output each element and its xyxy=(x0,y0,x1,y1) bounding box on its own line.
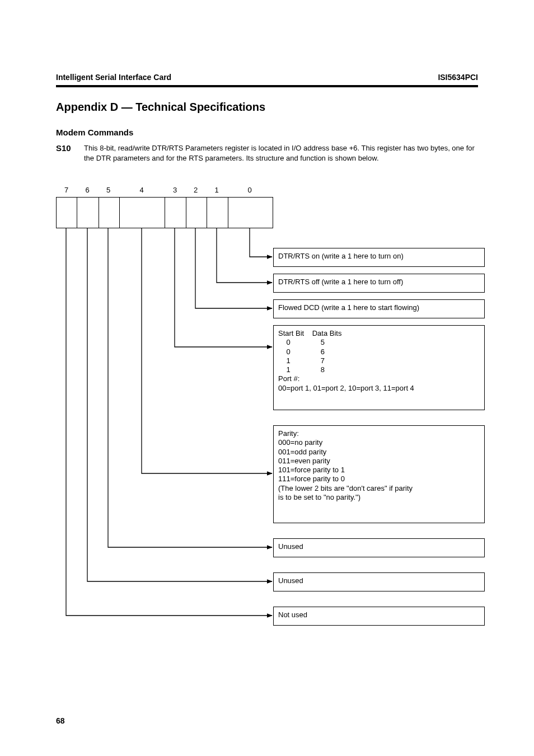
bit-description-line: DTR/RTS on (write a 1 here to turn on) xyxy=(278,252,480,261)
bit-description-box: Parity:000=no parity001=odd parity011=ev… xyxy=(273,425,485,523)
bit-number: 6 xyxy=(77,186,98,194)
register-cell xyxy=(57,198,77,228)
bit-number: 3 xyxy=(165,186,185,194)
bit-description-line: 001=odd parity xyxy=(278,448,480,457)
bit-description-line: Unused xyxy=(278,542,480,551)
header-left: Intelligent Serial Interface Card xyxy=(56,73,171,82)
bit-description-line: 011=even parity xyxy=(278,457,480,466)
register-cell xyxy=(165,198,186,228)
bit-description-line: Flowed DCD (write a 1 here to start flow… xyxy=(278,303,480,312)
section-heading: Modem Commands xyxy=(56,128,133,137)
register-cell xyxy=(120,198,166,228)
bit-description-line: Parity: xyxy=(278,429,480,438)
bit-description-line: Unused xyxy=(278,576,480,585)
register-cell xyxy=(186,198,207,228)
bit-description-line: 000=no parity xyxy=(278,438,480,447)
bit-description-line: 1 7 xyxy=(278,356,480,365)
bit-number-row: 7 6 5 4 3 2 1 0 xyxy=(56,186,297,194)
bit-description-line: 101=force parity to 1 xyxy=(278,466,480,475)
bit-number: 2 xyxy=(185,186,206,194)
bit-number: 1 xyxy=(206,186,227,194)
bit-description-line: 1 8 xyxy=(278,365,480,374)
bit-description-line: 0 6 xyxy=(278,348,480,356)
bit-number: 5 xyxy=(98,186,119,194)
bit-description-box: Start Bit Data Bits 0 5 0 6 1 7 1 8Port … xyxy=(273,325,485,410)
bit-description-line: Not used xyxy=(278,611,480,619)
register-cell xyxy=(228,198,273,228)
appendix-title: Appendix D — Technical Specifications xyxy=(56,101,265,114)
bit-number: 7 xyxy=(56,186,77,194)
bit-description-line: Start Bit Data Bits xyxy=(278,329,480,338)
bit-description-line: (The lower 2 bits are "don't cares" if p… xyxy=(278,484,480,493)
page-number: 68 xyxy=(56,716,65,725)
bit-description-box: DTR/RTS on (write a 1 here to turn on) xyxy=(273,248,485,267)
bit-description-line: is to be set to "no parity.") xyxy=(278,493,480,502)
bit-description-box: Unused xyxy=(273,572,485,591)
bit-description-line: 0 5 xyxy=(278,338,480,347)
bit-description-box: DTR/RTS off (write a 1 here to turn off) xyxy=(273,274,485,293)
bit-description-line: Port #: xyxy=(278,374,480,383)
register-cell xyxy=(77,198,99,228)
bit-number: 0 xyxy=(227,186,272,194)
bit-description-line: DTR/RTS off (write a 1 here to turn off) xyxy=(278,278,480,287)
header-rule xyxy=(56,85,478,87)
register-cell xyxy=(99,198,120,228)
bit-description-box: Flowed DCD (write a 1 here to start flow… xyxy=(273,299,485,318)
register-bitfield xyxy=(56,197,273,228)
bit-description-line: 00=port 1, 01=port 2, 10=port 3, 11=port… xyxy=(278,384,480,393)
bit-description-box: Not used xyxy=(273,607,485,626)
header-right: ISI5634PCI xyxy=(438,73,478,82)
register-description: This 8-bit, read/write DTR/RTS Parameter… xyxy=(84,143,476,163)
bit-number: 4 xyxy=(119,186,165,194)
bit-description-box: Unused xyxy=(273,538,485,557)
bit-description-line: 111=force parity to 0 xyxy=(278,475,480,483)
register-label: S10 xyxy=(56,143,78,153)
register-cell xyxy=(207,198,228,228)
